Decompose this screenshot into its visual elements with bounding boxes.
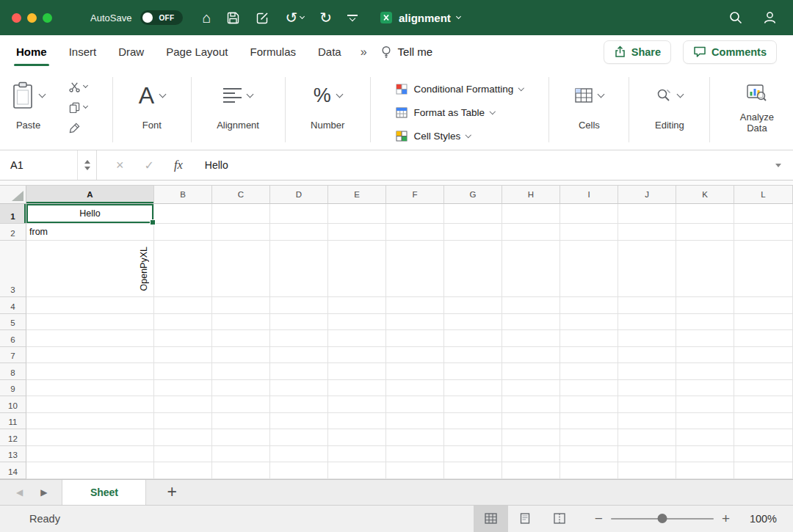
cell-G8[interactable] [444, 363, 502, 380]
cell-G13[interactable] [444, 446, 502, 463]
cell-B2[interactable] [154, 224, 212, 241]
share-button[interactable]: Share [604, 40, 671, 64]
cell-B4[interactable] [154, 297, 212, 314]
cell-J6[interactable] [618, 330, 676, 347]
cell-L4[interactable] [734, 297, 793, 314]
cell-K10[interactable] [676, 396, 734, 413]
row-header-4[interactable]: 4 [0, 297, 26, 314]
cell-I12[interactable] [560, 429, 618, 446]
cell-D5[interactable] [270, 314, 328, 331]
column-header-G[interactable]: G [444, 186, 502, 204]
sheet-nav-right-icon[interactable]: ▶ [40, 487, 47, 498]
cell-B8[interactable] [154, 363, 212, 380]
cell-I11[interactable] [560, 413, 618, 430]
cell-C14[interactable] [212, 462, 270, 479]
cell-B7[interactable] [154, 347, 212, 364]
column-header-H[interactable]: H [502, 186, 560, 204]
cell-H8[interactable] [502, 363, 560, 380]
minimize-window-button[interactable] [27, 13, 37, 23]
column-header-D[interactable]: D [270, 186, 328, 204]
document-title-group[interactable]: alignment [380, 11, 460, 24]
cell-D7[interactable] [270, 347, 328, 364]
save-icon[interactable] [226, 11, 240, 25]
cell-C3[interactable] [212, 241, 270, 297]
zoom-percentage[interactable]: 100% [745, 513, 777, 525]
row-header-9[interactable]: 9 [0, 380, 26, 397]
edit-compose-icon[interactable] [256, 11, 269, 25]
row-header-8[interactable]: 8 [0, 363, 26, 380]
cell-G14[interactable] [444, 462, 502, 479]
cell-J12[interactable] [618, 429, 676, 446]
cell-C4[interactable] [212, 297, 270, 314]
cell-F6[interactable] [386, 330, 444, 347]
cell-J11[interactable] [618, 413, 676, 430]
cell-F11[interactable] [386, 413, 444, 430]
paste-button[interactable] [12, 74, 45, 117]
cell-C11[interactable] [212, 413, 270, 430]
stepper-up-icon[interactable] [84, 160, 90, 164]
cell-L13[interactable] [734, 446, 793, 463]
cell-B9[interactable] [154, 380, 212, 397]
cell-E8[interactable] [328, 363, 386, 380]
cell-B3[interactable] [154, 241, 212, 297]
cell-F8[interactable] [386, 363, 444, 380]
cell-A2[interactable]: from [26, 224, 154, 241]
cell-L11[interactable] [734, 413, 793, 430]
cell-L14[interactable] [734, 462, 793, 479]
cell-F13[interactable] [386, 446, 444, 463]
cell-I2[interactable] [560, 224, 618, 241]
cell-G5[interactable] [444, 314, 502, 331]
cells-chevron-icon[interactable] [597, 91, 604, 98]
cell-J14[interactable] [618, 462, 676, 479]
cell-J7[interactable] [618, 347, 676, 364]
cell-J3[interactable] [618, 241, 676, 297]
row-header-7[interactable]: 7 [0, 347, 26, 364]
cell-I8[interactable] [560, 363, 618, 380]
cell-J2[interactable] [618, 224, 676, 241]
stepper-down-icon[interactable] [84, 167, 90, 170]
name-box[interactable]: A1 [0, 150, 97, 180]
account-person-icon[interactable] [762, 10, 778, 25]
zoom-out-button[interactable]: − [595, 511, 603, 525]
home-icon[interactable]: ⌂ [202, 10, 211, 25]
tab-data[interactable]: Data [318, 35, 341, 68]
tab-formulas[interactable]: Formulas [250, 35, 296, 68]
row-header-12[interactable]: 12 [0, 429, 26, 446]
column-header-I[interactable]: I [560, 186, 618, 204]
cell-I9[interactable] [560, 380, 618, 397]
row-header-3[interactable]: 3 [0, 241, 26, 297]
cell-L3[interactable] [734, 241, 793, 297]
cell-E11[interactable] [328, 413, 386, 430]
tab-draw[interactable]: Draw [118, 35, 144, 68]
formula-bar-expand-icon[interactable] [775, 164, 781, 167]
autosave-toggle[interactable]: OFF [140, 10, 183, 25]
cell-E7[interactable] [328, 347, 386, 364]
search-icon[interactable] [728, 10, 743, 25]
cell-B1[interactable] [154, 204, 212, 224]
cell-G9[interactable] [444, 380, 502, 397]
zoom-slider[interactable] [611, 514, 714, 524]
format-as-table-button[interactable]: Format as Table [396, 101, 523, 123]
row-header-10[interactable]: 10 [0, 396, 26, 413]
enter-icon[interactable]: ✓ [145, 158, 154, 172]
cell-F12[interactable] [386, 429, 444, 446]
cell-G1[interactable] [444, 204, 502, 224]
cell-K2[interactable] [676, 224, 734, 241]
cell-F5[interactable] [386, 314, 444, 331]
font-button[interactable]: A [139, 74, 165, 117]
cell-E10[interactable] [328, 396, 386, 413]
cell-E12[interactable] [328, 429, 386, 446]
cell-J5[interactable] [618, 314, 676, 331]
cell-K4[interactable] [676, 297, 734, 314]
sheet-nav-left-icon[interactable]: ◀ [16, 487, 23, 498]
close-window-button[interactable] [12, 13, 21, 23]
column-header-C[interactable]: C [212, 186, 270, 204]
row-header-6[interactable]: 6 [0, 330, 26, 347]
cell-L1[interactable] [734, 204, 793, 224]
cell-J10[interactable] [618, 396, 676, 413]
cell-I3[interactable] [560, 241, 618, 297]
row-header-1[interactable]: 1 [0, 204, 26, 224]
ribbon-overflow-chevrons[interactable]: » [361, 45, 367, 59]
editing-chevron-icon[interactable] [677, 91, 684, 98]
cell-K7[interactable] [676, 347, 734, 364]
